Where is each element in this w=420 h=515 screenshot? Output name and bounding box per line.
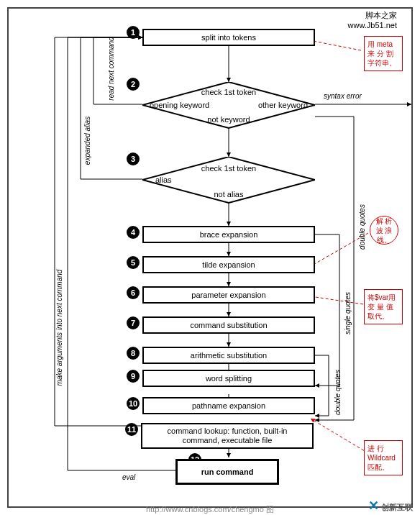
step-number-10: 10 — [127, 397, 140, 410]
step-2-left: opening keyword — [150, 101, 229, 109]
step-7-box: command substitution — [142, 316, 315, 334]
step-9-label: word splitting — [206, 374, 252, 383]
step-3-bottom: not alias — [142, 190, 315, 199]
step-2-right: other keyword — [229, 101, 308, 109]
step-6-label: parameter expansion — [191, 291, 265, 299]
step-number-5: 5 — [127, 256, 140, 269]
step-2-diamond: check 1st token opening keyword other ke… — [142, 82, 315, 129]
svg-line-13 — [311, 296, 368, 305]
step-3-top: check 1st token — [142, 164, 315, 173]
brand-logo: ✕ 创新互联 — [368, 498, 413, 514]
step-9-box: word splitting — [142, 370, 315, 387]
step-3-left: alias — [155, 176, 198, 184]
step-number-1: 1 — [127, 26, 140, 39]
step-number-3: 3 — [127, 152, 140, 165]
step-1-label: split into tokens — [201, 33, 256, 42]
svg-line-11 — [309, 40, 361, 50]
step-4-label: brace expansion — [200, 230, 258, 239]
step-5-label: tilde expansion — [202, 260, 255, 269]
step-3-diamond: check 1st token alias not alias — [142, 157, 315, 204]
step-7-label: command substitution — [191, 321, 268, 329]
step-number-9: 9 — [127, 370, 140, 383]
step-6-box: parameter expansion — [142, 286, 315, 304]
header-line1: 脚本之家 — [348, 10, 397, 21]
header: 脚本之家 www.Jb51.net — [348, 10, 397, 29]
step-number-8: 8 — [127, 347, 140, 360]
step-4-box: brace expansion — [142, 226, 315, 243]
footer-url: http://www.cnblogs.com/chengmo 图 — [0, 504, 420, 515]
step-8-box: arithmetic substitution — [142, 347, 315, 364]
brand-text: 创新互联 — [381, 503, 413, 511]
header-line2: www.Jb51.net — [348, 21, 397, 29]
step-8-label: arithmetic substitution — [191, 351, 267, 360]
step-2-top: check 1st token — [142, 88, 315, 96]
svg-line-14 — [311, 419, 368, 453]
step-number-7: 7 — [127, 316, 140, 329]
step-2-bottom: not keyword — [142, 115, 315, 124]
step-10-box: pathname expansion — [142, 397, 315, 414]
diagram-frame: 脚本之家 www.Jb51.net 1 split into tokens 2 … — [7, 7, 413, 508]
step-1-box: split into tokens — [142, 29, 315, 46]
step-5-box: tilde expansion — [142, 256, 315, 273]
step-10-label: pathname expansion — [192, 401, 265, 410]
step-number-2: 2 — [127, 78, 140, 91]
svg-line-12 — [311, 233, 368, 266]
step-number-6: 6 — [127, 286, 140, 299]
step-number-4: 4 — [127, 226, 140, 239]
